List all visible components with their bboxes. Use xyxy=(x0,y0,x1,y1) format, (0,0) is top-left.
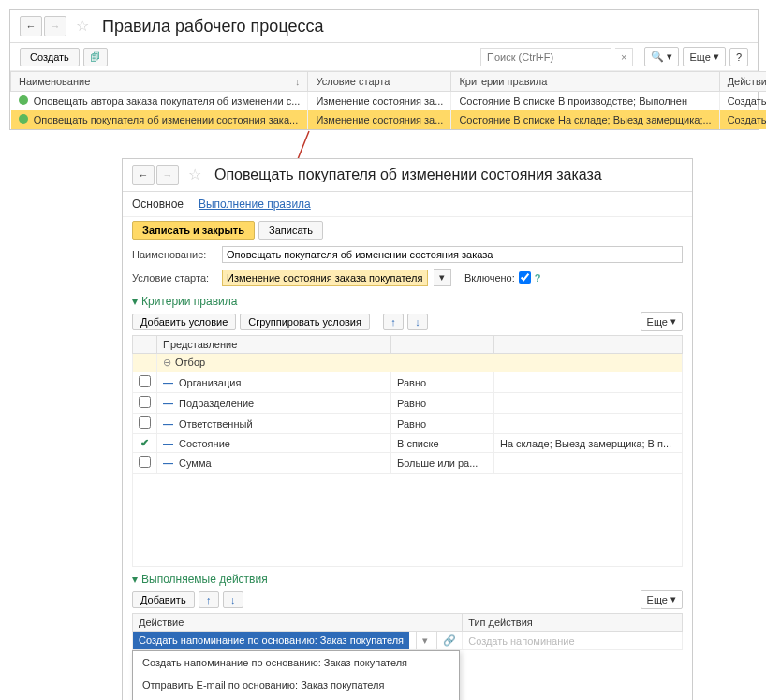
criteria-col-operator xyxy=(391,336,494,354)
more-menu-button[interactable]: Еще ▾ xyxy=(683,47,725,66)
criteria-checkbox[interactable] xyxy=(139,456,151,468)
rules-table: Наименование↓ Условие старта Критерии пр… xyxy=(10,71,766,129)
col-header-start[interactable]: Условие старта xyxy=(308,72,451,92)
dropdown-option[interactable]: Отправить E-mail по основанию: Заказ пок… xyxy=(133,674,459,696)
main-toolbar: Создать 🗐 × 🔍▾ Еще ▾ ? xyxy=(10,43,758,71)
group-conditions-button[interactable]: Сгруппировать условия xyxy=(240,314,370,330)
criteria-col-representation[interactable]: Представление xyxy=(157,336,391,354)
action-dropdown-button[interactable]: ▾ xyxy=(416,632,434,649)
save-button[interactable]: Записать xyxy=(258,221,323,240)
criteria-col-value xyxy=(494,336,683,354)
add-condition-button[interactable]: Добавить условие xyxy=(132,314,236,330)
start-condition-input[interactable] xyxy=(222,270,428,286)
copy-icon: 🗐 xyxy=(90,51,100,63)
action-dropdown: Создать напоминание по основанию: Заказ … xyxy=(132,650,460,700)
detail-titlebar: ← → ☆ Оповещать покупателя об изменении … xyxy=(123,159,692,192)
sort-indicator-icon: ↓ xyxy=(295,76,301,87)
dash-icon: — xyxy=(163,398,173,409)
favorite-star-icon[interactable]: ☆ xyxy=(188,166,207,184)
action-row[interactable]: Создать напоминание по основанию: Заказ … xyxy=(133,632,683,650)
move-up-button[interactable]: ↑ xyxy=(199,591,219,608)
actions-section-header[interactable]: ▾ Выполняемые действия xyxy=(123,567,692,588)
action-type-placeholder: Создать напоминание xyxy=(463,633,580,649)
criteria-row[interactable]: —Ответственный Равно xyxy=(133,414,683,434)
dash-icon: — xyxy=(163,458,173,469)
criteria-more-button[interactable]: Еще ▾ xyxy=(641,312,683,331)
criteria-checkbox[interactable] xyxy=(139,396,151,408)
col-header-name[interactable]: Наименование↓ xyxy=(11,72,308,92)
search-dropdown-button[interactable]: 🔍▾ xyxy=(644,47,679,66)
name-input[interactable] xyxy=(222,246,683,263)
caret-down-icon: ▾ xyxy=(670,315,676,328)
actions-table: Действие Тип действия Создать напоминани… xyxy=(132,613,683,650)
help-icon[interactable]: ? xyxy=(535,272,541,284)
move-up-button[interactable]: ↑ xyxy=(383,314,404,330)
help-button[interactable]: ? xyxy=(729,48,748,66)
collapse-icon: ▾ xyxy=(132,573,138,586)
col-header-actions[interactable]: Действия xyxy=(719,72,766,92)
tree-toggle-icon[interactable]: ⊖ xyxy=(163,357,171,368)
enabled-checkbox[interactable] xyxy=(519,271,531,284)
name-label: Наименование: xyxy=(132,249,216,260)
criteria-row[interactable]: —Организация Равно xyxy=(133,372,683,393)
table-row[interactable]: Оповещать автора заказа покупателя об из… xyxy=(11,92,767,111)
nav-back-button[interactable]: ← xyxy=(132,165,155,185)
move-down-button[interactable]: ↓ xyxy=(407,314,428,330)
col-header-criteria[interactable]: Критерии правила xyxy=(451,72,719,92)
dash-icon: — xyxy=(163,438,173,449)
checked-icon[interactable]: ✔ xyxy=(140,437,149,448)
criteria-toolbar: Добавить условие Сгруппировать условия ↑… xyxy=(123,310,692,335)
start-label: Условие старта: xyxy=(132,272,216,284)
start-condition-dropdown-button[interactable]: ▾ xyxy=(434,269,451,286)
detail-title: Оповещать покупателя об изменении состоя… xyxy=(214,167,602,183)
detail-toolbar: Записать и закрыть Записать xyxy=(123,217,692,243)
nav-back-button[interactable]: ← xyxy=(20,16,42,36)
tab-main[interactable]: Основное xyxy=(132,197,184,211)
nav-forward-button[interactable]: → xyxy=(44,16,66,36)
criteria-section-header[interactable]: ▾ Критерии правила xyxy=(123,289,692,310)
start-condition-row: Условие старта: ▾ Включено: ? xyxy=(123,266,692,289)
actions-toolbar: Добавить ↑ ↓ Еще ▾ xyxy=(123,588,692,613)
create-button[interactable]: Создать xyxy=(20,48,80,66)
caret-down-icon: ▾ xyxy=(670,593,676,605)
criteria-col-check xyxy=(133,336,157,354)
status-dot-icon xyxy=(19,95,28,105)
criteria-row[interactable]: —Подразделение Равно xyxy=(133,393,683,414)
search-clear-button[interactable]: × xyxy=(615,48,633,66)
status-dot-icon xyxy=(19,114,28,124)
dropdown-option[interactable]: Создать напоминание по основанию: Заказ … xyxy=(133,651,459,674)
rules-list-panel: ← → ☆ Правила рабочего процесса Создать … xyxy=(9,9,759,130)
copy-button[interactable]: 🗐 xyxy=(83,48,108,66)
move-down-button[interactable]: ↓ xyxy=(223,591,243,608)
table-row-selected[interactable]: Оповещать покупателя об изменении состоя… xyxy=(11,110,767,129)
criteria-row[interactable]: ✔ —Состояние В списке На складе; Выезд з… xyxy=(133,434,683,453)
tab-execution[interactable]: Выполнение правила xyxy=(199,197,311,211)
criteria-filter-row[interactable]: ⊖Отбор xyxy=(133,354,683,372)
criteria-table: Представление ⊖Отбор —Организация Равно … xyxy=(132,335,683,567)
action-value[interactable]: Создать напоминание по основанию: Заказ … xyxy=(133,632,409,649)
caret-down-icon: ▾ xyxy=(667,51,672,63)
rule-detail-panel: ← → ☆ Оповещать покупателя об изменении … xyxy=(122,158,693,700)
action-link-button[interactable]: 🔗 xyxy=(436,632,462,649)
criteria-checkbox[interactable] xyxy=(139,375,151,387)
favorite-star-icon[interactable]: ☆ xyxy=(76,17,95,36)
dash-icon: — xyxy=(163,418,173,430)
enabled-label: Включено: xyxy=(464,272,515,284)
search-icon: 🔍 xyxy=(651,51,664,63)
criteria-checkbox[interactable] xyxy=(139,416,151,429)
caret-down-icon: ▾ xyxy=(714,51,719,63)
actions-more-button[interactable]: Еще ▾ xyxy=(641,590,683,609)
search-input[interactable] xyxy=(480,48,611,66)
collapse-icon: ▾ xyxy=(132,295,138,308)
name-row: Наименование: xyxy=(123,243,692,266)
criteria-row[interactable]: —Сумма Больше или ра... xyxy=(133,453,683,474)
titlebar: ← → ☆ Правила рабочего процесса xyxy=(10,10,758,43)
page-title: Правила рабочего процесса xyxy=(102,17,324,36)
actions-col-type[interactable]: Тип действия xyxy=(463,614,683,632)
detail-tabs: Основное Выполнение правила xyxy=(123,192,692,217)
add-action-button[interactable]: Добавить xyxy=(132,591,195,608)
nav-forward-button[interactable]: → xyxy=(156,165,179,185)
actions-col-action[interactable]: Действие xyxy=(133,614,463,632)
more-label: Еще xyxy=(689,51,710,63)
save-and-close-button[interactable]: Записать и закрыть xyxy=(132,221,255,240)
